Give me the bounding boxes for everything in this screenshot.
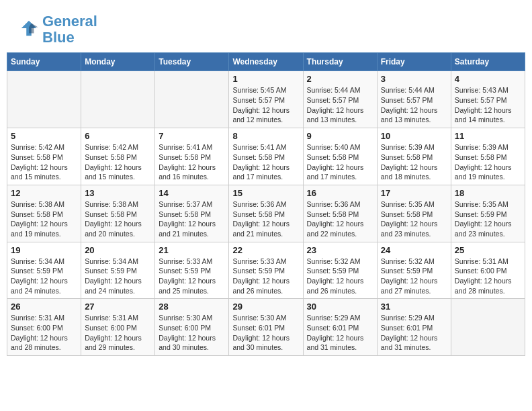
- day-info: Sunrise: 5:36 AM Sunset: 5:58 PM Dayligh…: [307, 199, 373, 239]
- calendar-cell: 4Sunrise: 5:43 AM Sunset: 5:57 PM Daylig…: [451, 71, 525, 128]
- weekday-wednesday: Wednesday: [229, 53, 303, 71]
- calendar-cell: 21Sunrise: 5:33 AM Sunset: 5:59 PM Dayli…: [155, 242, 229, 299]
- calendar-week-1: 1Sunrise: 5:45 AM Sunset: 5:57 PM Daylig…: [7, 71, 525, 128]
- calendar-week-5: 26Sunrise: 5:31 AM Sunset: 6:00 PM Dayli…: [7, 299, 525, 356]
- calendar-cell: 28Sunrise: 5:30 AM Sunset: 6:00 PM Dayli…: [155, 299, 229, 356]
- calendar-cell: 26Sunrise: 5:31 AM Sunset: 6:00 PM Dayli…: [7, 299, 81, 356]
- calendar-cell: 18Sunrise: 5:35 AM Sunset: 5:59 PM Dayli…: [451, 185, 525, 242]
- day-number: 11: [455, 131, 521, 141]
- day-info: Sunrise: 5:33 AM Sunset: 5:59 PM Dayligh…: [232, 257, 299, 296]
- day-number: 8: [232, 131, 299, 141]
- day-number: 4: [455, 74, 521, 84]
- day-info: Sunrise: 5:39 AM Sunset: 5:58 PM Dayligh…: [455, 142, 521, 182]
- day-info: Sunrise: 5:41 AM Sunset: 5:58 PM Dayligh…: [159, 142, 225, 182]
- calendar-cell: 25Sunrise: 5:31 AM Sunset: 6:00 PM Dayli…: [451, 242, 525, 299]
- day-info: Sunrise: 5:36 AM Sunset: 5:58 PM Dayligh…: [232, 199, 299, 239]
- calendar-week-4: 19Sunrise: 5:34 AM Sunset: 5:59 PM Dayli…: [7, 242, 525, 299]
- day-number: 23: [307, 245, 373, 255]
- day-number: 21: [159, 245, 225, 255]
- logo-name: GeneralBlue: [42, 13, 97, 46]
- day-number: 24: [381, 245, 447, 255]
- day-number: 1: [232, 74, 299, 84]
- calendar-cell: 1Sunrise: 5:45 AM Sunset: 5:57 PM Daylig…: [229, 71, 303, 128]
- day-info: Sunrise: 5:30 AM Sunset: 6:00 PM Dayligh…: [159, 313, 225, 353]
- day-number: 5: [11, 131, 77, 141]
- day-number: 29: [232, 302, 299, 312]
- day-number: 15: [232, 188, 299, 198]
- day-info: Sunrise: 5:38 AM Sunset: 5:58 PM Dayligh…: [85, 199, 151, 239]
- calendar-cell: 30Sunrise: 5:29 AM Sunset: 6:01 PM Dayli…: [303, 299, 377, 356]
- day-number: 16: [307, 188, 373, 198]
- calendar-cell: [7, 71, 81, 128]
- calendar-cell: [155, 71, 229, 128]
- day-number: 26: [11, 302, 77, 312]
- day-info: Sunrise: 5:29 AM Sunset: 6:01 PM Dayligh…: [381, 313, 447, 353]
- day-number: 28: [159, 302, 225, 312]
- day-info: Sunrise: 5:33 AM Sunset: 5:59 PM Dayligh…: [159, 257, 225, 296]
- calendar-cell: 22Sunrise: 5:33 AM Sunset: 5:59 PM Dayli…: [229, 242, 303, 299]
- day-number: 17: [381, 188, 447, 198]
- calendar-cell: 5Sunrise: 5:42 AM Sunset: 5:58 PM Daylig…: [7, 128, 81, 185]
- day-info: Sunrise: 5:29 AM Sunset: 6:01 PM Dayligh…: [307, 313, 373, 353]
- calendar-week-2: 5Sunrise: 5:42 AM Sunset: 5:58 PM Daylig…: [7, 128, 525, 185]
- day-number: 2: [307, 74, 373, 84]
- day-info: Sunrise: 5:32 AM Sunset: 5:59 PM Dayligh…: [307, 257, 373, 296]
- weekday-tuesday: Tuesday: [155, 53, 229, 71]
- day-info: Sunrise: 5:31 AM Sunset: 6:00 PM Dayligh…: [455, 257, 521, 296]
- header: GeneralBlue: [7, 7, 525, 49]
- day-number: 27: [85, 302, 151, 312]
- calendar-cell: 3Sunrise: 5:44 AM Sunset: 5:57 PM Daylig…: [377, 71, 451, 128]
- calendar-cell: 10Sunrise: 5:39 AM Sunset: 5:58 PM Dayli…: [377, 128, 451, 185]
- weekday-thursday: Thursday: [303, 53, 377, 71]
- day-number: 14: [159, 188, 225, 198]
- calendar-cell: 23Sunrise: 5:32 AM Sunset: 5:59 PM Dayli…: [303, 242, 377, 299]
- weekday-sunday: Sunday: [7, 53, 81, 71]
- day-info: Sunrise: 5:44 AM Sunset: 5:57 PM Dayligh…: [307, 85, 373, 125]
- day-info: Sunrise: 5:38 AM Sunset: 5:58 PM Dayligh…: [11, 199, 77, 239]
- day-number: 6: [85, 131, 151, 141]
- calendar-cell: 7Sunrise: 5:41 AM Sunset: 5:58 PM Daylig…: [155, 128, 229, 185]
- day-number: 20: [85, 245, 151, 255]
- day-info: Sunrise: 5:37 AM Sunset: 5:58 PM Dayligh…: [159, 199, 225, 239]
- day-number: 7: [159, 131, 225, 141]
- day-info: Sunrise: 5:40 AM Sunset: 5:58 PM Dayligh…: [307, 142, 373, 182]
- day-number: 3: [381, 74, 447, 84]
- day-number: 19: [11, 245, 77, 255]
- calendar-cell: 9Sunrise: 5:40 AM Sunset: 5:58 PM Daylig…: [303, 128, 377, 185]
- day-info: Sunrise: 5:42 AM Sunset: 5:58 PM Dayligh…: [85, 142, 151, 182]
- calendar-cell: 31Sunrise: 5:29 AM Sunset: 6:01 PM Dayli…: [377, 299, 451, 356]
- calendar-cell: 12Sunrise: 5:38 AM Sunset: 5:58 PM Dayli…: [7, 185, 81, 242]
- day-info: Sunrise: 5:31 AM Sunset: 6:00 PM Dayligh…: [85, 313, 151, 353]
- day-info: Sunrise: 5:30 AM Sunset: 6:01 PM Dayligh…: [232, 313, 299, 353]
- day-info: Sunrise: 5:34 AM Sunset: 5:59 PM Dayligh…: [11, 257, 77, 296]
- day-info: Sunrise: 5:31 AM Sunset: 6:00 PM Dayligh…: [11, 313, 77, 353]
- calendar-cell: 2Sunrise: 5:44 AM Sunset: 5:57 PM Daylig…: [303, 71, 377, 128]
- day-info: Sunrise: 5:45 AM Sunset: 5:57 PM Dayligh…: [232, 85, 299, 125]
- day-info: Sunrise: 5:39 AM Sunset: 5:58 PM Dayligh…: [381, 142, 447, 182]
- day-info: Sunrise: 5:34 AM Sunset: 5:59 PM Dayligh…: [85, 257, 151, 296]
- day-info: Sunrise: 5:43 AM Sunset: 5:57 PM Dayligh…: [455, 85, 521, 125]
- day-info: Sunrise: 5:35 AM Sunset: 5:58 PM Dayligh…: [381, 199, 447, 239]
- weekday-header-row: SundayMondayTuesdayWednesdayThursdayFrid…: [7, 53, 525, 71]
- calendar-cell: 16Sunrise: 5:36 AM Sunset: 5:58 PM Dayli…: [303, 185, 377, 242]
- calendar-cell: 17Sunrise: 5:35 AM Sunset: 5:58 PM Dayli…: [377, 185, 451, 242]
- calendar-cell: [451, 299, 525, 356]
- day-info: Sunrise: 5:41 AM Sunset: 5:58 PM Dayligh…: [232, 142, 299, 182]
- weekday-saturday: Saturday: [451, 53, 525, 71]
- day-number: 30: [307, 302, 373, 312]
- day-number: 13: [85, 188, 151, 198]
- calendar-cell: 20Sunrise: 5:34 AM Sunset: 5:59 PM Dayli…: [81, 242, 155, 299]
- calendar-cell: [81, 71, 155, 128]
- day-number: 9: [307, 131, 373, 141]
- calendar-cell: 8Sunrise: 5:41 AM Sunset: 5:58 PM Daylig…: [229, 128, 303, 185]
- day-number: 22: [232, 245, 299, 255]
- calendar-cell: 6Sunrise: 5:42 AM Sunset: 5:58 PM Daylig…: [81, 128, 155, 185]
- calendar-cell: 19Sunrise: 5:34 AM Sunset: 5:59 PM Dayli…: [7, 242, 81, 299]
- weekday-friday: Friday: [377, 53, 451, 71]
- calendar-cell: 24Sunrise: 5:32 AM Sunset: 5:59 PM Dayli…: [377, 242, 451, 299]
- calendar-cell: 27Sunrise: 5:31 AM Sunset: 6:00 PM Dayli…: [81, 299, 155, 356]
- day-info: Sunrise: 5:44 AM Sunset: 5:57 PM Dayligh…: [381, 85, 447, 125]
- calendar-cell: 14Sunrise: 5:37 AM Sunset: 5:58 PM Dayli…: [155, 185, 229, 242]
- weekday-monday: Monday: [81, 53, 155, 71]
- day-number: 10: [381, 131, 447, 141]
